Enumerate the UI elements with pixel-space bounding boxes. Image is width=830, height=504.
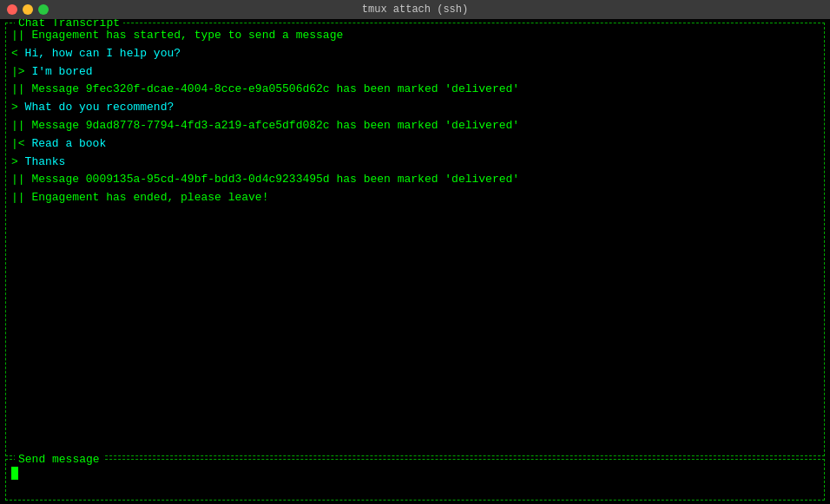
line-prefix: ||: [11, 27, 25, 45]
send-message-panel: Send message: [5, 459, 825, 501]
window-title: tmux attach (ssh): [362, 3, 468, 16]
list-item: || Engagement has started, type to send …: [11, 27, 819, 45]
send-message-label: Send message: [15, 453, 103, 466]
line-prefix: |<: [11, 135, 25, 154]
list-item: < Hi, how can I help you?: [11, 45, 819, 63]
line-text: Read a book: [25, 135, 107, 154]
list-item: || Engagement has ended, please leave!: [11, 189, 819, 207]
list-item: > What do you recommend?: [11, 99, 819, 117]
line-prefix: >: [11, 99, 18, 117]
text-cursor: [11, 467, 18, 480]
line-text: Thanks: [18, 154, 66, 172]
list-item: || Message 0009135a-95cd-49bf-bdd3-0d4c9…: [11, 171, 819, 189]
line-text: I'm bored: [25, 63, 93, 82]
terminal: Chat Transcript || Engagement has starte…: [0, 19, 830, 504]
list-item: > Thanks: [11, 154, 819, 172]
line-text: What do you recommend?: [18, 99, 174, 117]
line-prefix: ||: [11, 171, 25, 189]
line-prefix: >: [11, 154, 18, 172]
line-prefix: <: [11, 45, 18, 63]
line-prefix: |>: [11, 63, 25, 82]
list-item: || Message 9fec320f-dcae-4004-8cce-e9a05…: [11, 81, 819, 99]
close-button[interactable]: [7, 4, 17, 15]
chat-transcript-label: Chat Transcript: [15, 19, 123, 29]
line-text: Engagement has started, type to send a m…: [25, 27, 344, 45]
minimize-button[interactable]: [23, 4, 33, 15]
list-item: |> I'm bored: [11, 63, 819, 82]
line-prefix: ||: [11, 117, 25, 135]
line-text: Message 9dad8778-7794-4fd3-a219-afce5dfd…: [25, 117, 520, 135]
list-item: || Message 9dad8778-7794-4fd3-a219-afce5…: [11, 117, 819, 135]
chat-transcript-panel: Chat Transcript || Engagement has starte…: [5, 23, 825, 456]
chat-lines: || Engagement has started, type to send …: [6, 23, 824, 211]
send-input-line[interactable]: [6, 460, 824, 487]
line-text: Hi, how can I help you?: [18, 45, 181, 63]
line-text: Message 0009135a-95cd-49bf-bdd3-0d4c9233…: [25, 171, 520, 189]
titlebar: tmux attach (ssh): [0, 0, 830, 19]
maximize-button[interactable]: [38, 4, 49, 15]
line-text: Engagement has ended, please leave!: [25, 189, 269, 207]
list-item: |< Read a book: [11, 135, 819, 154]
line-prefix: ||: [11, 189, 25, 207]
line-text: Message 9fec320f-dcae-4004-8cce-e9a05506…: [25, 81, 520, 99]
line-prefix: ||: [11, 81, 25, 99]
